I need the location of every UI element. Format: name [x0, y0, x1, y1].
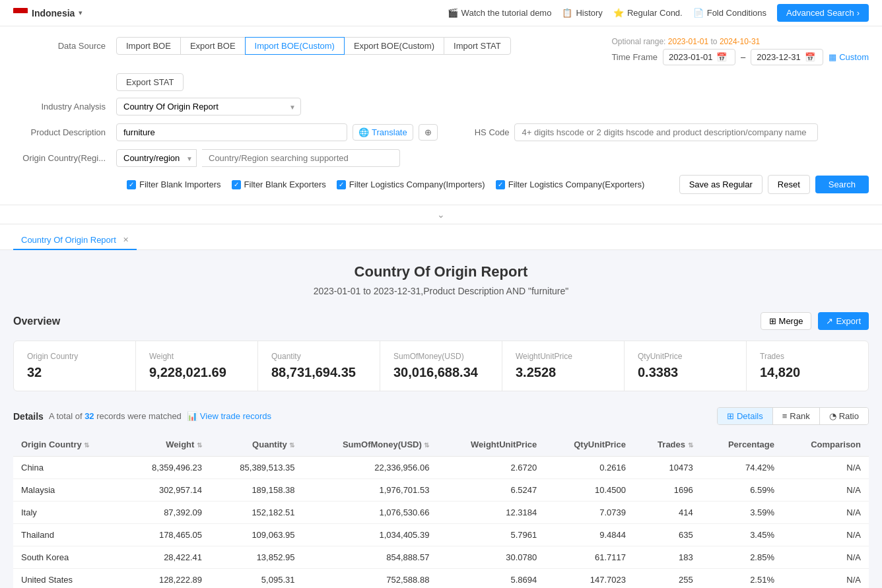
tab-export-stat[interactable]: Export STAT	[116, 73, 184, 91]
filter-blank-exporters-checkbox[interactable]: Filter Blank Exporters	[232, 180, 326, 189]
top-navigation: Indonesia ▾ 🎬 Watch the tutorial demo 📋 …	[0, 0, 882, 26]
checkbox-checked-icon	[127, 180, 136, 189]
checkbox-checked-icon	[337, 180, 346, 189]
col-percentage: Percentage	[701, 433, 782, 457]
grid-icon: ⊞	[727, 411, 734, 421]
history-link[interactable]: 📋 History	[562, 8, 602, 18]
regular-cond-link[interactable]: ⭐ Regular Cond.	[613, 8, 683, 18]
sort-icon[interactable]: ⇅	[688, 441, 693, 449]
table-row: Malaysia 302,957.14 189,158.38 1,976,701…	[13, 479, 869, 502]
export-icon: ↗	[826, 316, 833, 326]
region-type-select[interactable]: Country/region	[116, 149, 197, 167]
search-row-datasource: Data Source Import BOE Export BOE Import…	[13, 37, 869, 65]
filter-logistics-exporters-checkbox[interactable]: Filter Logistics Company(Exporters)	[496, 180, 645, 189]
view-trade-records-link[interactable]: 📊 View trade records	[187, 411, 271, 421]
stat-qty-unit-price: QtyUnitPrice 0.3383	[625, 341, 747, 391]
cell-trades: 1696	[634, 479, 701, 502]
data-table: Origin Country ⇅ Weight ⇅ Quantity ⇅ Sum…	[13, 433, 869, 588]
search-row-product: Product Description 🌐 Translate ⊕ HS Cod…	[13, 123, 869, 141]
tab-export-boe-custom[interactable]: Export BOE(Custom)	[344, 37, 444, 55]
save-as-regular-button[interactable]: Save as Regular	[679, 175, 763, 194]
time-start-input[interactable]: 2023-01-01 📅	[663, 49, 735, 65]
cell-comparison: N/A	[782, 479, 869, 502]
checkbox-checked-icon	[496, 180, 505, 189]
sort-icon[interactable]: ⇅	[84, 441, 89, 449]
close-tab-icon[interactable]: ✕	[123, 236, 129, 244]
pie-icon: ◔	[829, 411, 836, 421]
table-row: United States 128,222.89 5,095.31 752,58…	[13, 569, 869, 589]
cell-origin-country: South Korea	[13, 546, 123, 569]
time-frame-label: Time Frame	[611, 52, 658, 62]
calendar-icon: 📅	[805, 52, 815, 62]
view-tab-details[interactable]: ⊞ Details	[718, 408, 773, 424]
col-sum-money: SumOfMoney(USD) ⇅	[302, 433, 437, 457]
ocr-button[interactable]: ⊕	[419, 124, 438, 141]
search-row-filters: Filter Blank Importers Filter Blank Expo…	[13, 175, 869, 194]
collapse-bar[interactable]: ⌄	[0, 205, 882, 224]
export-button[interactable]: ↗ Export	[818, 312, 869, 330]
tab-export-boe[interactable]: Export BOE	[180, 37, 246, 55]
origin-country-group: Country/region	[116, 149, 400, 167]
hs-code-input[interactable]	[514, 123, 818, 141]
industry-analysis-select[interactable]: Country Of Origin Report	[116, 98, 301, 115]
translate-button[interactable]: 🌐 Translate	[353, 124, 413, 141]
stat-value-weight: 9,228,021.69	[149, 365, 244, 380]
country-selector[interactable]: Indonesia ▾	[13, 8, 83, 18]
tab-import-boe[interactable]: Import BOE	[116, 37, 181, 55]
filter-logistics-importers-checkbox[interactable]: Filter Logistics Company(Importers)	[337, 180, 485, 189]
merge-button[interactable]: ⊞ Merge	[761, 312, 812, 330]
sort-icon[interactable]: ⇅	[289, 441, 294, 449]
top-nav-actions: 🎬 Watch the tutorial demo 📋 History ⭐ Re…	[448, 4, 869, 22]
cell-weight-unit-price: 30.0780	[437, 546, 545, 569]
stat-value-qup: 0.3383	[638, 365, 733, 380]
sort-icon[interactable]: ⇅	[197, 441, 202, 449]
stat-label-weight: Weight	[149, 352, 244, 361]
cell-sum-money: 752,588.88	[302, 569, 437, 589]
cell-qty-unit-price: 7.0739	[545, 502, 634, 524]
cell-weight: 87,392.09	[123, 502, 210, 524]
filter-checkboxes: Filter Blank Importers Filter Blank Expo…	[127, 177, 644, 192]
col-weight-unit-price: WeightUnitPrice	[437, 433, 545, 457]
view-tab-rank[interactable]: ≡ Rank	[773, 408, 820, 424]
cell-percentage: 3.59%	[701, 502, 782, 524]
time-end-input[interactable]: 2023-12-31 📅	[751, 49, 823, 65]
cell-sum-money: 1,976,701.53	[302, 479, 437, 502]
tab-import-stat[interactable]: Import STAT	[444, 37, 511, 55]
tutorial-link[interactable]: 🎬 Watch the tutorial demo	[448, 8, 552, 18]
region-search-input[interactable]	[202, 149, 400, 167]
filter-blank-importers-checkbox[interactable]: Filter Blank Importers	[127, 180, 221, 189]
report-content: Country Of Origin Report 2023-01-01 to 2…	[0, 250, 882, 588]
reset-button[interactable]: Reset	[768, 175, 810, 194]
star-icon: ⭐	[613, 8, 624, 18]
stat-weight: Weight 9,228,021.69	[136, 341, 258, 391]
cell-percentage: 2.51%	[701, 569, 782, 589]
custom-button[interactable]: ▦ Custom	[829, 52, 869, 62]
cell-quantity: 109,063.95	[210, 524, 302, 546]
details-title: Details	[13, 411, 44, 422]
report-tab-country-origin[interactable]: Country Of Origin Report ✕	[13, 231, 137, 250]
cell-comparison: N/A	[782, 546, 869, 569]
stat-value-quantity: 88,731,694.35	[271, 365, 366, 380]
translate-icon: 🌐	[358, 127, 369, 137]
product-desc-input[interactable]	[116, 123, 347, 141]
stats-row: Origin Country 32 Weight 9,228,021.69 Qu…	[13, 341, 869, 391]
tab-import-boe-custom[interactable]: Import BOE(Custom)	[245, 37, 345, 55]
cell-origin-country: Italy	[13, 502, 123, 524]
fold-conditions-link[interactable]: 📄 Fold Conditions	[693, 8, 766, 18]
sort-icon[interactable]: ⇅	[424, 441, 429, 449]
grid-icon: ▦	[829, 52, 836, 62]
data-source-tabs: Import BOE Export BOE Import BOE(Custom)…	[116, 37, 510, 55]
overview-actions: ⊞ Merge ↗ Export	[761, 312, 869, 330]
view-tab-ratio[interactable]: ◔ Ratio	[820, 408, 868, 424]
stat-quantity: Quantity 88,731,694.35	[258, 341, 380, 391]
cell-trades: 414	[634, 502, 701, 524]
advanced-search-button[interactable]: Advanced Search ›	[777, 4, 869, 22]
stat-trades: Trades 14,820	[747, 341, 868, 391]
search-button[interactable]: Search	[815, 176, 869, 193]
cell-quantity: 152,182.51	[210, 502, 302, 524]
cell-percentage: 6.59%	[701, 479, 782, 502]
checkbox-checked-icon	[232, 180, 241, 189]
stat-label-qup: QtyUnitPrice	[638, 352, 733, 361]
stat-value-trades: 14,820	[760, 365, 855, 380]
cell-qty-unit-price: 9.4844	[545, 524, 634, 546]
